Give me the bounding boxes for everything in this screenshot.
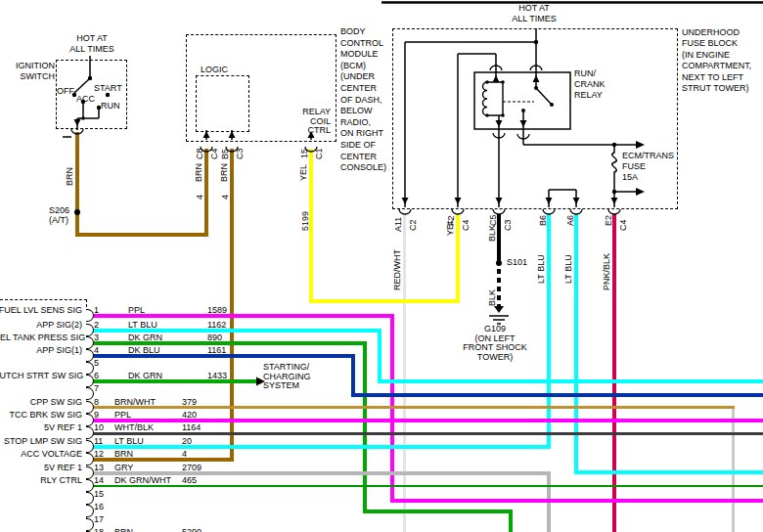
pin-arc-13 <box>86 466 94 479</box>
relay-coil-ctrl-label: RELAYCOILCTRL <box>292 108 331 136</box>
wire-brn-bcm2-v <box>230 149 234 462</box>
ground-g109-label: G109(ON LEFT FRONT SHOCKTOWER) <box>446 325 544 362</box>
row17-num: 17 <box>94 514 104 525</box>
bcm-pin2-id: B5 <box>220 149 230 159</box>
wire-ltblu-1162-h2 <box>380 379 763 383</box>
wiring-diagram: HOT ATALL TIMES IGNITIONSWITCH OFF ACC S… <box>0 0 763 532</box>
bcm-description: BODYCONTROLMODULE (BCM)(UNDERCENTER OF D… <box>340 26 386 174</box>
wire-label-blk-upper: BLK <box>487 225 497 242</box>
row8-signal: CPP SW SIG <box>0 397 82 408</box>
row3-wire: DK GRN <box>128 332 162 343</box>
pin-arc-10 <box>86 426 94 439</box>
row3-num: 3 <box>94 332 99 343</box>
ignition-pos-run: RUN <box>101 101 120 111</box>
pin-arc-2 <box>86 324 94 336</box>
row13-circuit: 2709 <box>182 463 202 473</box>
row9-num: 9 <box>94 410 99 421</box>
row10-signal: 5V REF 1 <box>0 422 82 433</box>
row9-wire: PPL <box>114 410 131 421</box>
row14-signal: RLY CTRL <box>0 475 82 486</box>
wire-dkgrn-890-v2 <box>509 511 513 532</box>
row10-wire: WHT/BLK <box>114 422 154 433</box>
pin-arc-6 <box>86 375 94 387</box>
row8-wire: BRN/WHT <box>114 397 156 408</box>
pin-arc-14 <box>86 479 94 492</box>
pin-arc-1 <box>86 309 94 322</box>
wire-dkblu-1161-v <box>351 356 355 397</box>
row3-signal: FUEL TANK PRESS SIG <box>0 332 82 343</box>
row12-num: 12 <box>94 449 104 460</box>
wire-label-blk-lower: BLK <box>487 289 497 306</box>
wire-dkgrn-890-h2 <box>365 510 513 513</box>
row15-num: 15 <box>94 489 104 500</box>
wire-label-yel: YEL <box>298 164 308 181</box>
fuse-pin-e2: E2 <box>604 215 613 226</box>
row12-wire: BRN <box>114 449 133 460</box>
underhood-fuse-block-description: UNDERHOODFUSE BLOCK (IN ENGINECOMPARTMEN… <box>682 27 751 94</box>
hot-at-all-times-left: HOT ATALL TIMES <box>51 33 133 55</box>
ignition-pos-off: OFF <box>57 86 74 97</box>
row18-circuit: 5290 <box>182 527 202 532</box>
wire-dkblu-1161-h2 <box>353 393 763 397</box>
fuse-pin-b6: B6 <box>538 215 548 226</box>
bcm-pin2-conn: C3 <box>235 148 245 159</box>
row6-wire: DK GRN <box>128 371 162 381</box>
row14-circuit: 465 <box>182 475 197 486</box>
row16-num: 16 <box>94 502 104 512</box>
row9-signal: TCC BRK SW SIG <box>0 410 82 421</box>
row2-circuit: 1162 <box>207 320 226 331</box>
pin-arc-12 <box>86 453 94 466</box>
hot-at-all-times-right: HOT ATALL TIMES <box>495 3 573 24</box>
row2-num: 2 <box>94 320 99 331</box>
row11-wire: LT BLU <box>114 436 144 447</box>
starting-charging-system-label: STARTING/CHARGINGSYSTEM <box>263 363 311 391</box>
fuse-pin-a6: A6 <box>565 215 575 226</box>
run-crank-relay-label: RUN/CRANKRELAY <box>574 68 606 100</box>
row10-circuit: 1164 <box>182 422 201 433</box>
wire-label-brn-ignition: BRN <box>65 167 74 186</box>
fuse-pin-c5-conn: C3 <box>503 219 513 231</box>
wire-ltblu-b6-v <box>547 214 551 449</box>
bcm-pin1-conn: C4 <box>209 148 219 159</box>
wire-yel-fuse-v <box>456 214 460 303</box>
ecm-trans-fuse-label: ECM/TRANSFUSE15A <box>622 151 674 182</box>
wire-brn-ignition-h <box>75 233 208 237</box>
bcm-pin1-id: C8 <box>195 148 204 159</box>
row4-num: 4 <box>94 345 99 356</box>
wire-ltblu-a6-h <box>576 470 763 474</box>
row1-wire: PPL <box>128 305 145 316</box>
row4-wire: DK BLU <box>128 345 160 356</box>
row13-signal: 5V REF 1 <box>0 463 82 473</box>
pin-arc-17 <box>86 518 94 531</box>
row12-signal: ACC VOLTAGE <box>0 449 82 460</box>
bcm-logic-label: LOGIC <box>199 65 230 75</box>
circuit-label-4-1: 4 <box>195 195 204 200</box>
fuse-pin-a11: A11 <box>393 217 403 232</box>
ignition-pos-start: START <box>94 83 122 94</box>
row14-num: 14 <box>94 475 104 486</box>
row13-wire: GRY <box>114 463 133 473</box>
bcm-logic-box <box>196 75 249 132</box>
ignition-switch-label: IGNITIONSWITCH <box>6 61 55 82</box>
fuse-pin-e2-conn: C4 <box>618 219 628 231</box>
wire-ppl-1589-h2 <box>392 499 763 503</box>
pin-arc-3 <box>86 336 94 349</box>
row11-num: 11 <box>94 436 103 447</box>
row2-wire: LT BLU <box>128 320 157 331</box>
row11-circuit: 20 <box>182 436 192 447</box>
row4-signal: APP SIG(1) <box>0 345 82 356</box>
row11-signal: STOP LMP SW SIG <box>0 436 82 447</box>
circuit-label-5199: 5199 <box>300 211 310 231</box>
row7-num: 7 <box>94 383 99 394</box>
wire-label-pnkblk: PNK/BLK <box>602 253 611 290</box>
row9-circuit: 420 <box>182 410 197 421</box>
row8-num: 8 <box>94 397 99 408</box>
row13-num: 13 <box>94 463 104 473</box>
wire-yel-h <box>309 299 460 303</box>
row6-circuit: 1433 <box>207 371 227 381</box>
fuse-pin-a11-conn: C2 <box>408 219 418 231</box>
wire-brn-bcm1-v <box>204 149 208 237</box>
splice-s206-note: (A/T) <box>49 215 68 226</box>
row6-signal: CLUTCH STRT SW SIG <box>0 371 82 381</box>
bcm-pin3-id: 15 <box>299 149 309 158</box>
